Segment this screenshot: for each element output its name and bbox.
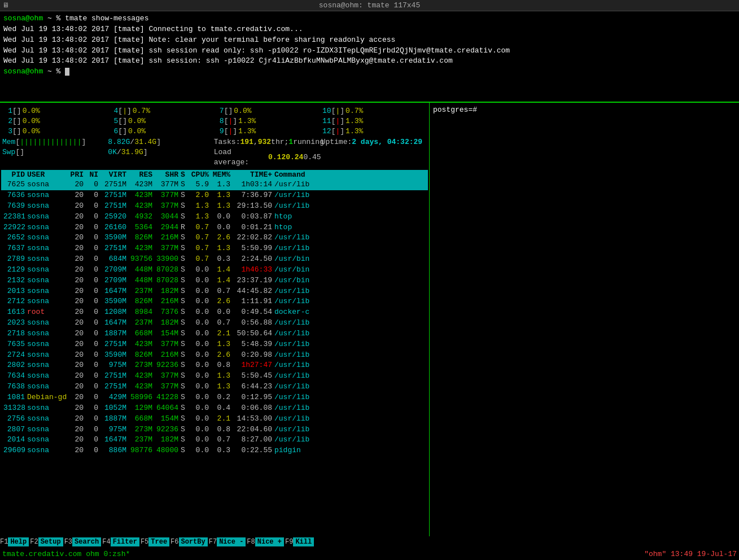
fn-item-nice +[interactable]: F8Nice +: [247, 537, 284, 546]
fn-label[interactable]: Help: [8, 537, 29, 546]
cell-virt: 975M: [100, 360, 129, 371]
table-row[interactable]: 22922 sosna 20 0 26160 5364 2944 R 0.7 0…: [1, 222, 428, 233]
fn-item-filter[interactable]: F4Filter: [102, 537, 139, 546]
cell-res: 273M: [129, 425, 155, 435]
table-row[interactable]: 7637 sosna 20 0 2751M 423M 377M S 0.7 1.…: [1, 243, 428, 254]
cell-pid: 22381: [3, 212, 27, 222]
table-row[interactable]: 2023 sosna 20 0 1647M 237M 182M S 0.0 0.…: [1, 318, 428, 329]
cell-ni: 0: [86, 190, 100, 201]
cell-s: S: [181, 403, 189, 414]
cell-virt: 26160: [100, 222, 129, 233]
table-row[interactable]: 31328 sosna 20 0 1052M 129M 64064 S 0.0 …: [1, 403, 428, 414]
fn-label[interactable]: Nice +: [255, 537, 284, 546]
cell-res: 448M: [129, 275, 155, 286]
cell-user: sosna: [27, 350, 68, 361]
cell-pid: 7625: [3, 180, 27, 190]
table-row[interactable]: 7634 sosna 20 0 2751M 423M 377M S 0.0 1.…: [1, 371, 428, 382]
cell-shr: 182M: [155, 318, 181, 329]
table-row[interactable]: 2014 sosna 20 0 1647M 237M 182M S 0.0 0.…: [1, 435, 428, 445]
col-header-shr: SHR: [155, 170, 181, 179]
table-row[interactable]: 2129 sosna 20 0 2709M 448M 87028 S 0.0 1…: [1, 265, 428, 275]
cell-pri: 20: [68, 286, 86, 297]
uptime-row: Uptime: 2 days, 04:32:29: [321, 137, 427, 147]
cell-user: sosna: [27, 265, 68, 275]
cell-cpu: 0.0: [189, 265, 211, 275]
cell-user: sosna: [27, 222, 68, 233]
fn-item-nice -[interactable]: F7Nice -: [209, 537, 246, 546]
table-row[interactable]: 22381 sosna 20 0 25920 4932 3044 S 1.3 0…: [1, 212, 428, 222]
table-row[interactable]: 2807 sosna 20 0 975M 273M 92236 S 0.0 0.…: [1, 425, 428, 435]
cell-res: 423M: [129, 201, 155, 212]
fn-item-tree[interactable]: F5Tree: [141, 537, 169, 546]
bottom-status-bar: tmate.credativ.com ohm 0:zsh* "ohm" 13:4…: [0, 548, 739, 560]
cell-s: R: [181, 222, 189, 233]
cell-res: 237M: [129, 435, 155, 445]
table-row[interactable]: 7636 sosna 20 0 2751M 423M 377M S 2.0 1.…: [1, 190, 428, 201]
fn-num: F7: [209, 538, 217, 546]
cell-time: 0:20.98: [233, 350, 274, 361]
cell-shr: 48000: [155, 445, 181, 456]
fn-item-sortby[interactable]: F6SortBy: [170, 537, 208, 546]
table-row[interactable]: 29609 sosna 20 0 886M 98776 48000 S 0.0 …: [1, 445, 428, 456]
fn-item-kill[interactable]: F9Kill: [285, 537, 314, 546]
fn-label[interactable]: Filter: [111, 537, 139, 546]
fn-item-setup[interactable]: F2Setup: [30, 537, 63, 546]
table-row[interactable]: 2724 sosna 20 0 3590M 826M 216M S 0.0 2.…: [1, 350, 428, 361]
table-row[interactable]: 2718 sosna 20 0 1887M 668M 154M S 0.0 2.…: [1, 329, 428, 339]
cell-cmd: /usr/lib: [274, 360, 426, 371]
cell-shr: 377M: [155, 339, 181, 350]
table-row[interactable]: 2013 sosna 20 0 1647M 237M 182M S 0.0 0.…: [1, 286, 428, 297]
fn-label[interactable]: Setup: [38, 537, 63, 546]
cell-pid: 2802: [3, 360, 27, 371]
cell-res: 237M: [129, 318, 155, 329]
cell-mem: 0.0: [211, 307, 233, 318]
cell-user: sosna: [27, 329, 68, 339]
table-row[interactable]: 1081 Debian-gd 20 0 429M 58996 41228 S 0…: [1, 392, 428, 403]
table-row[interactable]: 2712 sosna 20 0 3590M 826M 216M S 0.0 2.…: [1, 296, 428, 307]
cell-pri: 20: [68, 392, 86, 403]
table-row[interactable]: 7625 sosna 20 0 2751M 423M 377M S 5.9 1.…: [1, 180, 428, 190]
fn-label[interactable]: Search: [72, 537, 101, 546]
table-row[interactable]: 7638 sosna 20 0 2751M 423M 377M S 0.0 1.…: [1, 382, 428, 392]
cell-pid: 2789: [3, 254, 27, 265]
table-row[interactable]: 1613 root 20 0 1208M 8984 7376 S 0.0 0.0…: [1, 307, 428, 318]
cell-pri: 20: [68, 435, 86, 445]
table-row[interactable]: 2789 sosna 20 0 684M 93756 33900 S 0.7 0…: [1, 254, 428, 265]
table-row[interactable]: 2802 sosna 20 0 975M 273M 92236 S 0.0 0.…: [1, 360, 428, 371]
window-title: sosna@ohm: tmate 117x45: [319, 1, 420, 10]
cell-user: sosna: [27, 190, 68, 201]
cell-pid: 7638: [3, 382, 27, 392]
cell-time: 22:04.60: [233, 425, 274, 435]
cell-mem: 0.8: [211, 425, 233, 435]
fn-label[interactable]: Tree: [148, 537, 169, 546]
table-row[interactable]: 7635 sosna 20 0 2751M 423M 377M S 0.0 1.…: [1, 339, 428, 350]
cell-cpu: 5.9: [189, 180, 211, 190]
cell-pid: 7637: [3, 243, 27, 254]
cell-pid: 2023: [3, 318, 27, 329]
cell-shr: 154M: [155, 414, 181, 425]
cell-user: sosna: [27, 296, 68, 307]
cell-ni: 0: [86, 392, 100, 403]
cell-time: 0:01.21: [233, 222, 274, 233]
fn-label[interactable]: SortBy: [179, 537, 208, 546]
cell-pid: 2129: [3, 265, 27, 275]
cell-s: S: [181, 180, 189, 190]
col-header-time: TIME+: [233, 170, 274, 179]
fn-item-help[interactable]: F1Help: [0, 537, 29, 546]
cell-pri: 20: [68, 243, 86, 254]
cell-mem: 0.0: [211, 212, 233, 222]
cell-cpu: 0.0: [189, 371, 211, 382]
fn-label[interactable]: Nice -: [217, 537, 246, 546]
cell-user: sosna: [27, 435, 68, 445]
table-row[interactable]: 2756 sosna 20 0 1887M 668M 154M S 0.0 2.…: [1, 414, 428, 425]
fn-item-search[interactable]: F3Search: [64, 537, 102, 546]
table-row[interactable]: 7639 sosna 20 0 2751M 423M 377M S 1.3 1.…: [1, 201, 428, 212]
fn-label[interactable]: Kill: [293, 537, 314, 546]
cell-time: 1h03:14: [233, 180, 274, 190]
cell-s: S: [181, 275, 189, 286]
postgres-prompt: postgres=#: [433, 105, 736, 116]
cell-virt: 1647M: [100, 435, 129, 445]
table-row[interactable]: 2132 sosna 20 0 2709M 448M 87028 S 0.0 1…: [1, 275, 428, 286]
table-row[interactable]: 2652 sosna 20 0 3590M 826M 216M S 0.7 2.…: [1, 233, 428, 243]
cell-user: sosna: [27, 286, 68, 297]
